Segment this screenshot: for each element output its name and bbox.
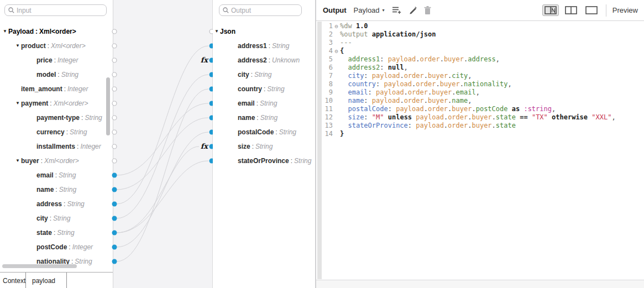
code-line-2[interactable]: 2%output application/json bbox=[324, 30, 643, 39]
code-line-6[interactable]: 6 address2: null, bbox=[324, 64, 643, 72]
code-line-4[interactable]: 4⊖{ bbox=[324, 47, 643, 55]
output-tree-row-country[interactable]: country:String bbox=[213, 82, 315, 96]
preview-toggle[interactable]: Preview bbox=[612, 6, 638, 14]
input-port-state[interactable] bbox=[112, 231, 117, 235]
input-port-payment[interactable] bbox=[112, 101, 117, 106]
code-line-5[interactable]: 5 address1: payload.order.buyer.address, bbox=[324, 55, 643, 64]
output-tree-row-stateOrProvince[interactable]: stateOrProvince:String bbox=[213, 154, 315, 168]
mapping-line-state-to-size[interactable] bbox=[117, 146, 199, 233]
mapping-line-state-to-stateOrProvince[interactable] bbox=[117, 161, 208, 233]
input-port-payment-type[interactable] bbox=[112, 116, 117, 120]
input-tree-row-product[interactable]: ▼product:Xml<order> bbox=[0, 39, 113, 53]
fx-icon-address2[interactable]: fx bbox=[201, 56, 210, 64]
type-separator: : bbox=[249, 71, 254, 78]
field-name: installments bbox=[36, 143, 75, 150]
collapse-arrow-icon[interactable]: ▼ bbox=[15, 159, 21, 163]
delete-transformation-button[interactable] bbox=[424, 6, 431, 14]
code-line-13[interactable]: 13 stateOrProvince: payload.order.buyer.… bbox=[324, 122, 643, 130]
input-port-model[interactable] bbox=[112, 72, 117, 77]
code-line-10[interactable]: 10 name: payload.order.buyer.name, bbox=[324, 97, 643, 105]
code-line-14[interactable]: 14} bbox=[324, 130, 643, 138]
fold-toggle-icon[interactable]: ⊖ bbox=[333, 47, 340, 55]
field-type: Integer bbox=[67, 85, 88, 93]
editor-bottom-scroll-area[interactable] bbox=[316, 280, 644, 288]
output-tree-row-postalCode[interactable]: postalCode:String bbox=[213, 125, 315, 139]
collapse-arrow-icon[interactable]: ▼ bbox=[3, 29, 8, 34]
type-separator: : bbox=[56, 71, 61, 78]
input-tree-row-buyer[interactable]: ▼buyer:Xml<order> bbox=[0, 154, 113, 168]
code-line-11[interactable]: 11 postalCode: payload.order.buyer.postC… bbox=[324, 105, 643, 113]
input-port-name[interactable] bbox=[112, 187, 117, 192]
input-port-item_amount[interactable] bbox=[112, 87, 117, 91]
output-tree-row-email[interactable]: email:String bbox=[213, 96, 315, 111]
input-tree-row-email[interactable]: email:String bbox=[0, 168, 113, 182]
output-tree-row-address2[interactable]: address2:Unknown bbox=[213, 53, 315, 67]
input-port-address[interactable] bbox=[112, 202, 117, 207]
code-line-9[interactable]: 9 email: payload.order.buyer.email, bbox=[324, 88, 643, 97]
code-line-8[interactable]: 8 country: payload.order.buyer.nationali… bbox=[324, 80, 643, 88]
output-tree-row-Json[interactable]: ▼Json bbox=[213, 24, 315, 39]
type-separator: : bbox=[34, 28, 39, 35]
output-tree-row-city[interactable]: city:String bbox=[213, 67, 315, 82]
input-port-product[interactable] bbox=[112, 44, 117, 48]
code-text: --- bbox=[340, 39, 352, 47]
output-search[interactable] bbox=[219, 4, 302, 16]
mapping-line-city-to-city[interactable] bbox=[117, 75, 208, 218]
context-tab-payload[interactable]: payload bbox=[25, 273, 67, 288]
input-port-buyer[interactable] bbox=[112, 159, 117, 163]
input-tree-row-payment-type[interactable]: payment-type:String bbox=[0, 111, 113, 125]
input-tree-row-Payload[interactable]: ▼Payload:Xml<order> bbox=[0, 24, 113, 39]
code-line-7[interactable]: 7 city: payload.order.buyer.city, bbox=[324, 72, 643, 80]
fx-icon-size[interactable]: fx bbox=[201, 142, 210, 150]
output-tree-row-name[interactable]: name:String bbox=[213, 111, 315, 125]
input-port-currency[interactable] bbox=[112, 130, 117, 134]
input-tree-row-name[interactable]: name:String bbox=[0, 182, 113, 197]
input-search[interactable] bbox=[4, 4, 107, 16]
input-port-price[interactable] bbox=[112, 58, 117, 62]
input-tree-row-city[interactable]: city:String bbox=[0, 211, 113, 226]
input-port-Payload[interactable] bbox=[112, 29, 117, 34]
line-number: 11 bbox=[324, 105, 333, 113]
input-vertical-scrollbar[interactable] bbox=[106, 77, 110, 135]
code-area[interactable]: 1⊖%dw 1.02%output application/json3---4⊖… bbox=[324, 22, 643, 279]
input-port-installments[interactable] bbox=[112, 144, 117, 149]
code-line-3[interactable]: 3--- bbox=[324, 39, 643, 47]
collapse-arrow-icon[interactable]: ▼ bbox=[15, 44, 21, 48]
input-tree-row-postCode[interactable]: postCode:Integer bbox=[0, 240, 113, 254]
collapse-arrow-icon[interactable]: ▼ bbox=[214, 29, 220, 34]
collapse-arrow-icon[interactable]: ▼ bbox=[15, 101, 21, 106]
code-text: %output application/json bbox=[340, 30, 436, 39]
input-tree-row-model[interactable]: model:String bbox=[0, 67, 113, 82]
input-port-postCode[interactable] bbox=[112, 245, 117, 250]
output-tree-row-address1[interactable]: address1:String bbox=[213, 39, 315, 53]
input-tree-row-item_amount[interactable]: item_amount:Integer bbox=[0, 82, 113, 96]
input-port-city[interactable] bbox=[112, 216, 117, 221]
input-tree-row-currency[interactable]: currency:String bbox=[0, 125, 113, 139]
fold-toggle-icon[interactable]: ⊖ bbox=[333, 22, 340, 30]
view-toggle-split-code-tree[interactable] bbox=[542, 4, 559, 16]
input-search-field[interactable] bbox=[17, 7, 103, 14]
output-search-field[interactable] bbox=[231, 7, 298, 14]
code-line-12[interactable]: 12 size: "M" unless payload.order.buyer.… bbox=[324, 113, 643, 122]
input-tree-row-installments[interactable]: installments:Integer bbox=[0, 139, 113, 154]
input-tree-row-address[interactable]: address:String bbox=[0, 197, 113, 211]
code-line-1[interactable]: 1⊖%dw 1.0 bbox=[324, 22, 643, 30]
add-transformation-button[interactable] bbox=[392, 6, 401, 14]
input-port-email[interactable] bbox=[112, 173, 117, 178]
editor-toolbar: Output Payload ▾ bbox=[316, 0, 644, 21]
input-port-nationality[interactable] bbox=[112, 259, 117, 264]
input-tree-row-price[interactable]: price:Integer bbox=[0, 53, 113, 67]
editor-left-ruler[interactable] bbox=[317, 22, 322, 279]
input-horizontal-scrollbar[interactable] bbox=[2, 264, 77, 268]
input-tree-row-state[interactable]: state:String bbox=[0, 226, 113, 240]
mapping-line-nationality-to-country[interactable] bbox=[117, 89, 208, 261]
input-tree-row-payment[interactable]: ▼payment:Xml<order> bbox=[0, 96, 113, 111]
payload-scope-dropdown[interactable]: Payload ▾ bbox=[354, 6, 385, 14]
output-tree-row-size[interactable]: size:String bbox=[213, 139, 315, 154]
field-name: city bbox=[36, 214, 48, 222]
fold-gutter bbox=[333, 30, 340, 39]
field-type: String bbox=[53, 214, 70, 222]
view-toggle-side-by-side[interactable] bbox=[563, 4, 579, 16]
view-toggle-single-pane[interactable] bbox=[583, 4, 600, 16]
edit-transformation-button[interactable] bbox=[409, 6, 417, 14]
